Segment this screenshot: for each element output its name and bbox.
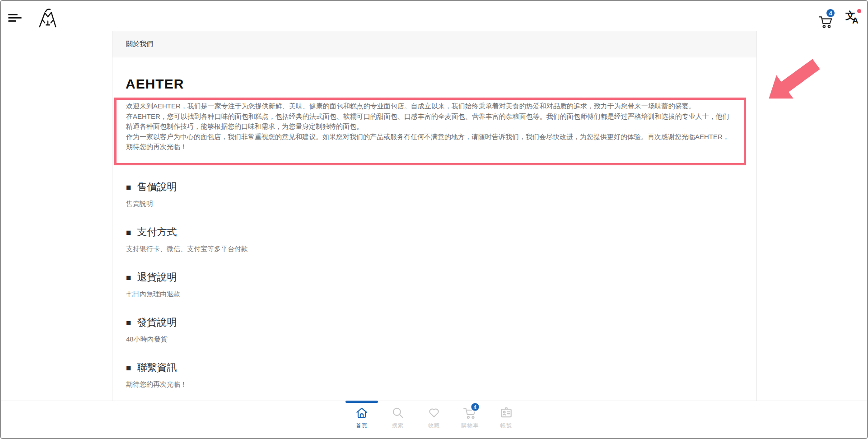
section-heading: 退貨說明 (137, 271, 177, 284)
language-button[interactable]: 文 A (845, 10, 864, 30)
nav-item-cart[interactable]: 4 購物車 (452, 401, 488, 438)
nav-label: 首頁 (356, 422, 368, 430)
store-title: AEHTER (126, 76, 184, 92)
brand-logo[interactable] (36, 7, 59, 28)
square-bullet-icon: ■ (126, 228, 131, 237)
intro-paragraph: 在AEHTER，您可以找到各种口味的面包和糕点，包括经典的法式面包、软糯可口的甜… (126, 112, 735, 132)
cart-badge: 4 (826, 8, 835, 18)
nav-item-home[interactable]: 首頁 (344, 401, 380, 438)
cart-badge: 4 (471, 402, 480, 412)
home-icon (355, 406, 369, 420)
top-header: 4 文 A (1, 1, 867, 31)
intro-highlight-box: 欢迎来到AEHTER，我们是一家专注于为您提供新鲜、美味、健康的面包和糕点的专业… (114, 98, 746, 165)
nav-label: 購物車 (462, 422, 479, 430)
square-bullet-icon: ■ (126, 364, 131, 372)
active-tab-indicator (345, 401, 378, 403)
account-card-icon (499, 406, 513, 420)
section-heading: 售價說明 (137, 180, 177, 194)
section-payment: ■ 支付方式 支持银行卡、微信、支付宝等多平台付款 (126, 225, 731, 253)
cat-logo-icon (36, 7, 59, 28)
nav-item-account[interactable]: 帳號 (488, 401, 524, 438)
square-bullet-icon: ■ (126, 183, 131, 191)
intro-paragraph: 欢迎来到AEHTER，我们是一家专注于为您提供新鲜、美味、健康的面包和糕点的专业… (126, 101, 735, 112)
section-body: 七日內無理由退款 (126, 290, 731, 299)
square-bullet-icon: ■ (126, 273, 131, 282)
section-body: 48小時內發貨 (126, 335, 731, 344)
heart-icon (427, 406, 441, 420)
content-card: 關於我們 AEHTER 欢迎来到AEHTER，我们是一家专注于为您提供新鲜、美味… (112, 31, 757, 402)
hamburger-icon (8, 14, 18, 15)
section-heading: 支付方式 (137, 225, 177, 239)
section-heading: 發貨說明 (137, 316, 177, 329)
nav-item-favorites[interactable]: 收藏 (416, 401, 452, 438)
about-us-header: 關於我們 (112, 31, 756, 57)
section-body: 支持银行卡、微信、支付宝等多平台付款 (126, 245, 731, 253)
app-window: 4 文 A 關於我們 AEHTER 欢迎来到AEHTER，我们是一家专注于为您提… (0, 0, 868, 439)
bottom-nav-bar: 首頁 搜索 收藏 (1, 401, 867, 438)
nav-label: 帳號 (500, 422, 512, 430)
section-body: 期待您的再次光临！ (126, 380, 731, 389)
about-us-title: 關於我們 (126, 40, 153, 48)
nav-item-search[interactable]: 搜索 (380, 401, 416, 438)
annotation-arrow-icon (759, 51, 826, 112)
section-body: 售賣説明 (126, 200, 731, 208)
search-icon (391, 406, 405, 420)
hamburger-menu-button[interactable] (8, 13, 23, 24)
section-shipping: ■ 發貨說明 48小時內發貨 (126, 316, 731, 344)
notification-dot (857, 9, 861, 13)
intro-paragraph: 作为一家以客户为中心的面包店，我们非常重视您的意见和建议。如果您对我们的产品或服… (126, 132, 735, 152)
section-returns: ■ 退貨說明 七日內無理由退款 (126, 271, 731, 299)
header-cart-button[interactable]: 4 (818, 11, 839, 30)
nav-label: 搜索 (392, 422, 404, 430)
section-contact: ■ 聯繫資訊 期待您的再次光临！ (126, 361, 731, 389)
nav-label: 收藏 (428, 422, 440, 430)
section-pricing: ■ 售價說明 售賣説明 (126, 180, 731, 208)
section-heading: 聯繫資訊 (137, 361, 177, 374)
square-bullet-icon: ■ (126, 318, 131, 327)
